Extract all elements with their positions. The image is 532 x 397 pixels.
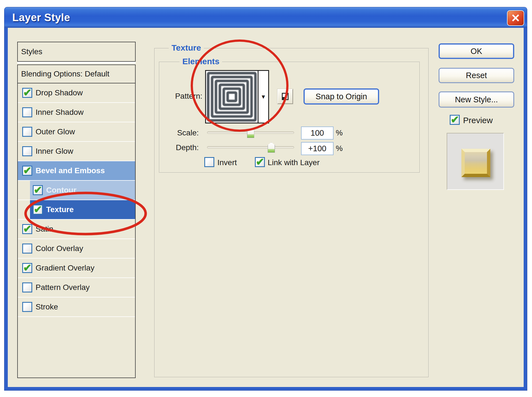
style-label: Pattern Overlay: [36, 283, 90, 292]
pattern-dropdown-button[interactable]: ▼: [258, 71, 268, 123]
style-preview-thumbnail: [447, 133, 504, 190]
style-checkbox[interactable]: [22, 166, 32, 176]
style-label: Drop Shadow: [36, 88, 83, 97]
sidebar-item-blending-options[interactable]: Blending Options: Default: [18, 65, 135, 83]
ok-label: OK: [471, 47, 482, 56]
close-button[interactable]: ✕: [507, 10, 524, 26]
pattern-picker[interactable]: ▼: [205, 70, 269, 123]
preview-label: Preview: [463, 115, 493, 126]
scale-unit: %: [336, 127, 343, 138]
depth-slider[interactable]: [207, 146, 294, 148]
reset-button[interactable]: Reset: [439, 68, 514, 83]
depth-value: +100: [308, 144, 326, 153]
texture-group-title: Texture: [169, 43, 204, 53]
style-label: Bevel and Emboss: [36, 166, 105, 175]
style-checkbox[interactable]: [22, 282, 32, 292]
scale-value: 100: [310, 128, 324, 138]
style-row[interactable]: Contour: [18, 181, 135, 200]
depth-value-input[interactable]: +100: [301, 142, 334, 155]
style-checkbox[interactable]: [22, 263, 32, 273]
styles-sidebar: Styles Blending Options: Default Drop Sh…: [17, 42, 136, 378]
chevron-down-icon: ▼: [261, 94, 266, 100]
dialog-title: Layer Style: [12, 12, 70, 24]
new-style-label: New Style...: [455, 95, 498, 104]
new-preset-page-icon: [282, 93, 289, 100]
depth-label: Depth:: [159, 142, 199, 153]
style-row[interactable]: Bevel and Emboss: [18, 161, 135, 181]
style-row[interactable]: Pattern Overlay: [18, 278, 135, 297]
style-label: Stroke: [36, 302, 58, 311]
blending-options-label: Blending Options: Default: [21, 70, 110, 78]
pattern-thumbnail: [206, 71, 258, 123]
style-row[interactable]: Texture: [18, 200, 135, 220]
sidebar-item-styles[interactable]: Styles: [17, 42, 136, 62]
title-bar[interactable]: Layer Style ✕: [4, 7, 527, 28]
style-row[interactable]: Drop Shadow: [18, 83, 135, 103]
styles-list: Blending Options: Default Drop Shadow In…: [17, 64, 136, 378]
elements-groupbox: Elements: [159, 62, 420, 173]
invert-label: Invert: [217, 157, 237, 168]
style-checkbox[interactable]: [33, 205, 43, 215]
style-row[interactable]: Outer Glow: [18, 122, 135, 142]
ok-button[interactable]: OK: [439, 43, 514, 59]
style-checkbox[interactable]: [22, 107, 32, 117]
reset-label: Reset: [466, 71, 487, 80]
link-with-layer-label: Link with Layer: [268, 157, 320, 168]
elements-group-title: Elements: [180, 57, 222, 66]
style-row[interactable]: Stroke: [18, 297, 135, 317]
concentric-squares-pattern: [206, 71, 258, 123]
style-checkbox[interactable]: [22, 224, 32, 234]
dialog-content: Styles Blending Options: Default Drop Sh…: [8, 28, 524, 387]
preview-swatch: [461, 149, 490, 177]
style-checkbox[interactable]: [22, 88, 32, 98]
style-label: Inner Glow: [36, 147, 73, 156]
new-style-button[interactable]: New Style...: [439, 91, 514, 108]
style-row[interactable]: Color Overlay: [18, 239, 135, 259]
style-row[interactable]: Inner Glow: [18, 142, 135, 161]
styles-header-label: Styles: [21, 47, 42, 56]
style-checkbox[interactable]: [22, 127, 32, 137]
style-label: Contour: [46, 186, 76, 195]
preview-checkbox[interactable]: [450, 115, 460, 125]
new-pattern-preset-button[interactable]: [277, 89, 293, 104]
layer-style-dialog: Layer Style ✕ Styles Blending Options: D…: [4, 7, 527, 390]
invert-checkbox[interactable]: [204, 157, 214, 167]
style-checkbox[interactable]: [33, 185, 43, 195]
style-label: Satin: [36, 225, 53, 234]
link-with-layer-checkbox[interactable]: [255, 157, 265, 167]
sidebar-divider: [17, 62, 136, 64]
style-row[interactable]: Satin: [18, 220, 135, 239]
style-rows: Drop Shadow Inner Shadow Outer Glow: [18, 83, 135, 317]
depth-unit: %: [336, 143, 343, 154]
style-label: Outer Glow: [36, 127, 75, 136]
style-label: Inner Shadow: [36, 108, 84, 117]
style-label: Texture: [46, 205, 74, 214]
style-checkbox[interactable]: [22, 146, 32, 156]
snap-to-origin-label: Snap to Origin: [315, 92, 367, 101]
scale-value-input[interactable]: 100: [301, 126, 334, 140]
style-label: Color Overlay: [36, 244, 83, 253]
pattern-label: Pattern:: [159, 91, 202, 102]
style-row[interactable]: Gradient Overlay: [18, 259, 135, 278]
scale-label: Scale:: [159, 127, 199, 138]
style-checkbox[interactable]: [22, 302, 32, 312]
style-label: Gradient Overlay: [36, 264, 95, 272]
close-icon: ✕: [511, 13, 520, 24]
snap-to-origin-button[interactable]: Snap to Origin: [304, 88, 379, 105]
scale-slider[interactable]: [207, 131, 294, 134]
style-checkbox[interactable]: [22, 244, 32, 254]
style-row[interactable]: Inner Shadow: [18, 103, 135, 122]
